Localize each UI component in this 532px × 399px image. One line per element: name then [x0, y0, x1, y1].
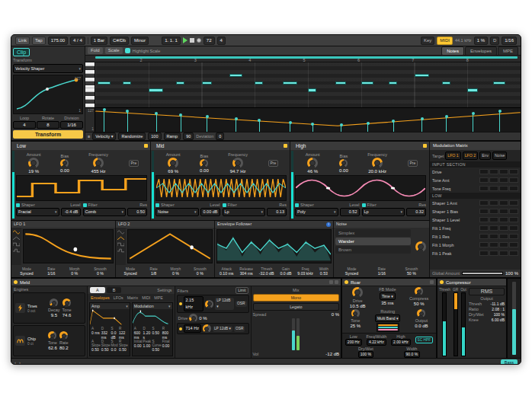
- band-mid-power-button[interactable]: [284, 144, 287, 148]
- velocity-marker[interactable]: [104, 110, 104, 132]
- sine-wave-icon[interactable]: [117, 230, 124, 235]
- tap-tempo-button[interactable]: Tap: [32, 37, 46, 45]
- record-button[interactable]: [197, 38, 201, 43]
- bias-knob[interactable]: [60, 159, 69, 168]
- roar-output-knob[interactable]: [417, 309, 425, 318]
- noise-type-simplex[interactable]: Simplex: [335, 229, 411, 237]
- matrix-cell[interactable]: [479, 251, 489, 256]
- loop-brace[interactable]: [95, 56, 518, 59]
- matrix-cell[interactable]: [489, 186, 498, 191]
- smooth-value[interactable]: 0 %: [97, 271, 104, 276]
- key-map-indicator[interactable]: Key: [421, 37, 434, 45]
- level-value[interactable]: -0.4 dB: [61, 208, 81, 216]
- matrix-cell[interactable]: [509, 225, 518, 231]
- matrix-cell[interactable]: [489, 200, 498, 206]
- matrix-cell[interactable]: [489, 177, 498, 183]
- arrangement-position[interactable]: 1. 1. 1: [162, 37, 181, 45]
- matrix-target-env[interactable]: Env: [479, 152, 491, 160]
- thresh-meter[interactable]: [442, 292, 447, 356]
- shaper-enable-checkbox[interactable]: [16, 203, 20, 207]
- filter-1-character-select[interactable]: OSR: [236, 301, 246, 307]
- matrix-cell[interactable]: [479, 169, 489, 174]
- tempo-field[interactable]: 175.00: [48, 37, 68, 45]
- midi-indicator[interactable]: MIDI: [437, 37, 453, 45]
- velocity-marker[interactable]: [259, 120, 260, 132]
- tab-mpe[interactable]: MPE: [498, 46, 518, 56]
- loop-length-field[interactable]: 4: [217, 37, 226, 45]
- matrix-cell[interactable]: [479, 225, 489, 231]
- filter-2-character-select[interactable]: OSR: [234, 326, 245, 332]
- play-button[interactable]: [183, 37, 187, 43]
- randomize-button[interactable]: Randomize: [118, 132, 146, 140]
- midi-note[interactable]: [229, 74, 242, 77]
- bias-knob[interactable]: [200, 159, 208, 168]
- matrix-cell[interactable]: [499, 200, 508, 206]
- tab-envelopes[interactable]: Envelopes: [465, 46, 497, 56]
- clip-tab[interactable]: Clip: [13, 48, 30, 56]
- device-on-button[interactable]: [440, 280, 444, 284]
- freq-value[interactable]: 4.22 kHz: [367, 339, 386, 346]
- stop-button[interactable]: [190, 38, 194, 43]
- engine-a-macro1-knob[interactable]: [50, 298, 58, 307]
- noise-amount-knob[interactable]: [415, 241, 426, 252]
- tab-a[interactable]: A: [90, 287, 105, 293]
- rms-mode-button[interactable]: RMS: [469, 288, 505, 295]
- midi-note[interactable]: [123, 81, 131, 85]
- square-wave-icon[interactable]: [117, 242, 124, 247]
- shaper-enable-checkbox[interactable]: [155, 203, 159, 207]
- amp-envelope-select[interactable]: Amp: [91, 303, 100, 309]
- transform-tool-select[interactable]: Velocity Shaper▾: [13, 64, 83, 73]
- save-preset-icon[interactable]: [335, 280, 338, 284]
- threshold-value[interactable]: -11.1 dB: [490, 302, 505, 306]
- midi-note[interactable]: [98, 81, 111, 85]
- meld-tab-matrix[interactable]: Matrix: [127, 295, 138, 300]
- matrix-cell[interactable]: [509, 209, 518, 214]
- matrix-cell[interactable]: [509, 234, 518, 239]
- global-amount-slider[interactable]: [462, 272, 503, 275]
- midi-note[interactable]: [335, 81, 346, 85]
- spread-value[interactable]: 0 %: [332, 312, 339, 317]
- quantize-menu[interactable]: 1 Bar: [91, 37, 107, 45]
- mod-envelope-select[interactable]: Modulation: [134, 303, 154, 309]
- shaper-type-select[interactable]: Fractal▾: [16, 208, 59, 216]
- track-name-chip[interactable]: Bass: [501, 359, 518, 365]
- loop-start-field[interactable]: 72: [204, 37, 215, 45]
- filter-2-type-select[interactable]: LP 12dB ▾: [213, 326, 232, 332]
- engine-a-select[interactable]: Tines: [27, 304, 46, 308]
- matrix-cell[interactable]: [479, 242, 489, 247]
- lanes-icon[interactable]: ≡: [88, 134, 90, 139]
- pre-button[interactable]: Pre: [268, 160, 279, 167]
- rate-value[interactable]: 1/16: [378, 271, 386, 276]
- midi-note[interactable]: [176, 81, 184, 85]
- velocity-marker[interactable]: [473, 113, 473, 132]
- loop-param-value[interactable]: 4: [13, 121, 36, 129]
- midi-note[interactable]: [255, 81, 263, 85]
- matrix-cell[interactable]: [479, 177, 489, 183]
- velocity-marker[interactable]: [421, 119, 422, 132]
- attack-value[interactable]: 0.10 ms: [220, 271, 233, 276]
- velocity-marker[interactable]: [127, 111, 128, 132]
- tab-notes[interactable]: Notes: [441, 46, 464, 56]
- filter-drive-knob[interactable]: [189, 314, 197, 322]
- routing-select[interactable]: Multi Band ▾: [375, 314, 401, 322]
- filter-type-select[interactable]: Lp▾: [362, 208, 405, 216]
- amount-knob[interactable]: [28, 158, 39, 168]
- filter-1-on-button[interactable]: [179, 302, 182, 305]
- matrix-cell[interactable]: [489, 234, 498, 239]
- band-high-power-button[interactable]: [423, 144, 427, 148]
- midi-note[interactable]: [442, 81, 450, 85]
- mono-button[interactable]: Mono: [253, 294, 340, 302]
- transform-apply-button[interactable]: Transform: [13, 130, 83, 139]
- envelope-follower-display[interactable]: [216, 229, 332, 263]
- ruler-track[interactable]: 2345678: [85, 56, 521, 62]
- matrix-cell[interactable]: [489, 242, 498, 247]
- matrix-cell[interactable]: [509, 169, 518, 174]
- filter-2-freq[interactable]: 714 Hz: [184, 324, 201, 333]
- sine-wave-icon[interactable]: [13, 230, 20, 235]
- matrix-cell[interactable]: [509, 251, 518, 256]
- midi-note[interactable]: [361, 81, 374, 85]
- res-value[interactable]: 0.50: [127, 208, 147, 216]
- filter-type-select[interactable]: Lp▾: [223, 208, 266, 216]
- matrix-cell[interactable]: [509, 200, 518, 206]
- scale-root-menu[interactable]: C#/Db: [110, 37, 129, 45]
